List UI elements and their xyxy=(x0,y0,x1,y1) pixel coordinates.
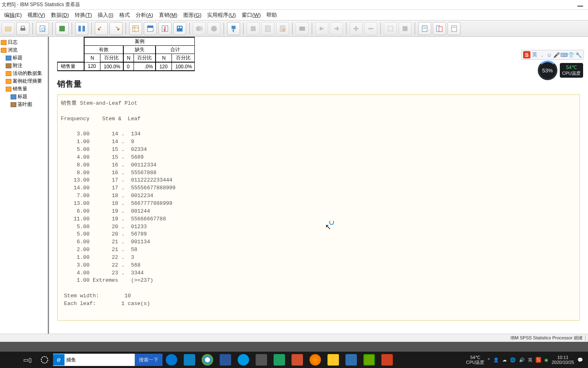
taskbar: ▭▯ e 搜索一下 54℃CPU温度 ^ 👤 ☁ 🌐 🔊 英 S ◉ 10:11… xyxy=(0,352,588,368)
goto-var-icon[interactable] xyxy=(144,22,157,35)
arrow-left-icon[interactable] xyxy=(315,22,328,35)
pin-edge[interactable] xyxy=(163,352,180,368)
goto-data-icon[interactable] xyxy=(129,22,142,35)
preview-icon[interactable] xyxy=(36,22,49,35)
menu-format[interactable]: 格式 xyxy=(117,11,132,20)
pin-app6[interactable] xyxy=(378,352,396,368)
pin-app3[interactable] xyxy=(270,352,288,368)
pin-camtasia[interactable] xyxy=(360,352,378,368)
plus-icon[interactable] xyxy=(350,22,363,35)
ime-tool-icon[interactable]: 🔧 xyxy=(575,52,582,58)
menu-util[interactable]: 实用程序(U) xyxy=(205,11,238,20)
circle2-icon[interactable] xyxy=(207,22,220,35)
menu-insert[interactable]: 插入(I) xyxy=(95,11,116,20)
minimize-icon[interactable] xyxy=(577,6,583,7)
search-button[interactable]: 搜索一下 xyxy=(135,354,163,366)
svg-rect-22 xyxy=(265,26,270,31)
tree1-icon[interactable] xyxy=(384,22,397,35)
script3-icon[interactable] xyxy=(276,22,289,35)
outline-title[interactable]: 标题 xyxy=(13,54,22,61)
pin-store[interactable] xyxy=(180,352,198,368)
designate-icon[interactable] xyxy=(227,22,240,35)
pin-word[interactable] xyxy=(216,352,234,368)
minus-icon[interactable] xyxy=(364,22,377,35)
pin-app2[interactable] xyxy=(252,352,270,368)
outline-active[interactable]: 活动的数据集 xyxy=(13,70,42,77)
divider xyxy=(0,342,588,352)
pin-app1[interactable] xyxy=(234,352,252,368)
tray-vol-icon[interactable]: 🔊 xyxy=(519,357,525,363)
ime-widget[interactable]: S 英 ， ☺ 🎤 ⌨ 👕 🔧 xyxy=(521,50,584,60)
recall-icon[interactable] xyxy=(75,22,88,35)
variables-icon[interactable] xyxy=(173,22,186,35)
tray-s-icon[interactable]: S xyxy=(536,357,541,363)
outline-casesummary[interactable]: 案例处理摘要 xyxy=(13,78,42,85)
menu-transform[interactable]: 转换(T) xyxy=(72,11,95,20)
tray-ime[interactable]: 英 xyxy=(528,357,532,363)
tray-cpu[interactable]: 54℃CPU温度 xyxy=(466,355,484,365)
tray-360-icon[interactable]: ◉ xyxy=(544,357,548,363)
svg-rect-33 xyxy=(452,26,457,31)
tree2-icon[interactable] xyxy=(399,22,412,35)
menu-edit[interactable]: 编辑(E) xyxy=(2,11,24,20)
pin-app5[interactable] xyxy=(342,352,360,368)
arrow-right-icon[interactable] xyxy=(330,22,343,35)
export-icon[interactable] xyxy=(56,22,69,35)
stemleaf-plot[interactable]: 销售量 Stem-and-Leaf Plot Frequency Stem & … xyxy=(57,94,580,321)
menu-analyze[interactable]: 分析(A) xyxy=(133,11,156,20)
search-input[interactable] xyxy=(66,357,135,363)
tray-cloud-icon[interactable]: ☁ xyxy=(502,357,507,363)
taskbar-search[interactable]: e xyxy=(53,354,135,366)
cpu-widget[interactable]: 53% 54℃ CPU温度 xyxy=(538,61,583,80)
outline-stemleaf[interactable]: 茎叶图 xyxy=(18,101,32,108)
ime-emoji-icon[interactable]: ☺ xyxy=(546,52,552,58)
system-tray[interactable]: 54℃CPU温度 ^ 👤 ☁ 🌐 🔊 英 S ◉ 10:112020/10/25… xyxy=(466,355,586,365)
outline-subtitle[interactable]: 标题 xyxy=(18,93,27,100)
outline-log[interactable]: 日志 xyxy=(8,39,18,46)
pin-firefox[interactable] xyxy=(306,352,324,368)
script2-icon[interactable] xyxy=(261,22,274,35)
start-icon[interactable] xyxy=(2,352,19,367)
tray-notif-icon[interactable]: 💬 xyxy=(577,357,583,363)
pin-chrome[interactable] xyxy=(198,352,216,368)
ime-person-icon[interactable]: 👕 xyxy=(568,52,575,58)
outline-sales[interactable]: 销售量 xyxy=(13,85,27,92)
doc2-icon[interactable] xyxy=(433,22,446,35)
script1-icon[interactable] xyxy=(247,22,260,35)
outline-browse[interactable]: 浏览 xyxy=(8,47,18,54)
cortana-icon[interactable] xyxy=(36,352,53,367)
menu-data[interactable]: 数据(D) xyxy=(49,11,71,20)
menu-direct[interactable]: 直销(M) xyxy=(156,11,180,20)
tray-up-icon[interactable]: ^ xyxy=(488,357,490,362)
redo-icon[interactable] xyxy=(109,22,122,35)
menu-help[interactable]: 帮助 xyxy=(264,11,279,20)
doc3-icon[interactable] xyxy=(448,22,461,35)
sogou-icon[interactable]: S xyxy=(523,51,530,58)
menu-graph[interactable]: 图形(G) xyxy=(181,11,204,20)
menu-view[interactable]: 视图(V) xyxy=(25,11,47,20)
select-icon[interactable] xyxy=(158,22,172,35)
pin-app4[interactable] xyxy=(288,352,306,368)
svg-rect-32 xyxy=(439,27,442,31)
tray-people-icon[interactable]: 👤 xyxy=(493,357,499,363)
outline-note[interactable]: 附注 xyxy=(13,62,22,69)
circle1-icon[interactable] xyxy=(193,22,206,35)
undo-icon[interactable] xyxy=(95,22,108,35)
tray-net-icon[interactable]: 🌐 xyxy=(510,357,516,363)
menu-window[interactable]: 窗口(W) xyxy=(239,11,263,20)
ime-punct-icon[interactable]: ， xyxy=(539,52,545,58)
print-icon[interactable] xyxy=(16,22,29,35)
ime-keyboard-icon[interactable]: ⌨ xyxy=(561,52,567,58)
ime-lang[interactable]: 英 xyxy=(531,52,538,58)
open-icon[interactable] xyxy=(2,22,15,35)
tray-clock[interactable]: 10:112020/10/25 xyxy=(552,355,574,365)
th-valid: 有效 xyxy=(84,46,123,54)
ime-mic-icon[interactable]: 🎤 xyxy=(553,52,560,58)
cpu-pct: 53% xyxy=(538,61,557,80)
doc1-icon[interactable] xyxy=(418,22,431,35)
taskview-icon[interactable]: ▭▯ xyxy=(19,352,36,367)
pin-explorer[interactable] xyxy=(324,352,342,368)
rect-icon[interactable] xyxy=(296,22,309,35)
toolbar xyxy=(0,20,588,37)
outline-pane[interactable]: 日志 浏览 标题 附注 活动的数据集 案例处理摘要 销售量 标题 茎叶图 xyxy=(0,37,49,342)
